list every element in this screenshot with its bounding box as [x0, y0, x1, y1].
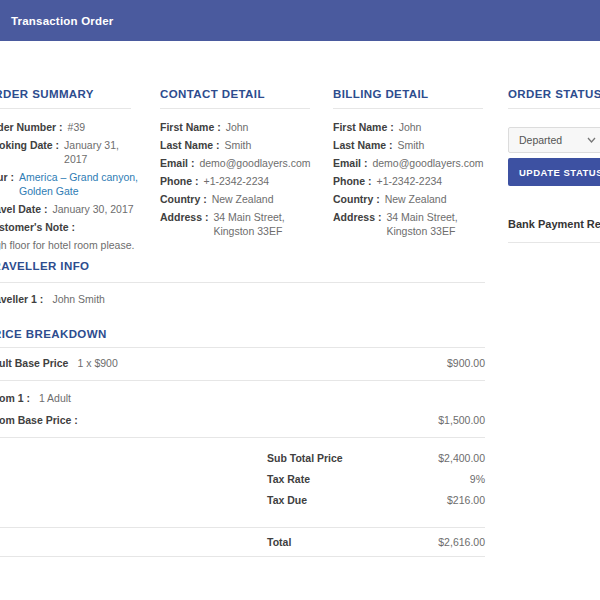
divider — [0, 347, 485, 348]
price-breakdown-heading: PRICE BREAKDOWN — [0, 328, 107, 340]
order-status-selected-value: Departed — [519, 134, 562, 146]
page-title: Transaction Order — [0, 15, 113, 27]
tour-link[interactable]: America – Grand canyon, Golden Gate — [19, 170, 140, 198]
divider — [508, 242, 600, 243]
billing-country-label: Country : — [333, 192, 380, 206]
contact-email-label: Email : — [160, 156, 194, 170]
billing-last-name-label: Last Name : — [333, 138, 393, 152]
order-number-row: Order Number : #39 — [0, 120, 140, 134]
tax-due-label: Tax Due — [267, 493, 307, 507]
contact-row: Phone : +1-2342-2234 — [160, 174, 325, 188]
order-number-value: #39 — [68, 120, 140, 134]
billing-last-name-value: Smith — [398, 138, 498, 152]
divider — [0, 282, 485, 283]
divider — [0, 380, 485, 381]
travel-date-value: January 30, 2017 — [52, 202, 140, 216]
contact-last-name-value: Smith — [225, 138, 325, 152]
contact-first-name-label: First Name : — [160, 120, 221, 134]
contact-country-value: New Zealand — [212, 192, 325, 206]
divider — [333, 108, 483, 109]
tour-row: Tour : America – Grand canyon, Golden Ga… — [0, 170, 140, 198]
billing-first-name-value: John — [399, 120, 498, 134]
room-base-price-row: Room Base Price : $1,500.00 — [0, 413, 485, 427]
contact-row: Address : 34 Main Street, Kingston 33EF — [160, 210, 325, 238]
tax-due-amount: $216.00 — [447, 493, 485, 507]
travel-date-row: Travel Date : January 30, 2017 — [0, 202, 140, 216]
total-block: Total $2,616.00 — [267, 535, 485, 556]
room-1-row: Room 1 : 1 Adult — [0, 391, 485, 405]
totals-block: Sub Total Price $2,400.00 Tax Rate 9% Ta… — [267, 451, 485, 514]
order-status-heading: ORDER STATUS — [508, 88, 600, 100]
billing-row: Country : New Zealand — [333, 192, 498, 206]
contact-country-label: Country : — [160, 192, 207, 206]
billing-address-value: 34 Main Street, Kingston 33EF — [386, 210, 498, 238]
contact-address-label: Address : — [160, 210, 208, 224]
contact-row: First Name : John — [160, 120, 325, 134]
billing-email-label: Email : — [333, 156, 367, 170]
divider — [0, 437, 485, 438]
contact-row: Last Name : Smith — [160, 138, 325, 152]
tour-label: Tour : — [0, 170, 14, 184]
traveller-1-name: John Smith — [52, 292, 105, 306]
sub-total-label: Sub Total Price — [267, 451, 343, 465]
billing-detail-heading: BILLING DETAIL — [333, 88, 428, 100]
contact-row: Country : New Zealand — [160, 192, 325, 206]
divider — [0, 556, 485, 557]
traveller-1-label: Traveller 1 : — [0, 292, 43, 306]
sub-total-amount: $2,400.00 — [438, 451, 485, 465]
room-base-price-label: Room Base Price : — [0, 413, 78, 427]
adult-base-price-qty: 1 x $900 — [77, 356, 117, 370]
tax-due-row: Tax Due $216.00 — [267, 493, 485, 507]
customer-note-value: High floor for hotel room please. — [0, 238, 140, 252]
divider — [508, 108, 600, 109]
adult-base-price-row: Adult Base Price 1 x $900 $900.00 — [0, 356, 485, 370]
chevron-down-icon — [587, 137, 596, 143]
billing-row: Email : demo@goodlayers.com — [333, 156, 498, 170]
booking-date-label: Booking Date : — [0, 138, 59, 152]
transaction-order-page: Transaction Order ORDER SUMMARY CONTACT … — [0, 0, 600, 600]
billing-first-name-label: First Name : — [333, 120, 394, 134]
billing-row: First Name : John — [333, 120, 498, 134]
update-status-button[interactable]: UPDATE STATUS — [508, 158, 600, 186]
order-status-select[interactable]: Departed — [508, 127, 600, 153]
total-label: Total — [267, 535, 291, 549]
billing-row: Phone : +1-2342-2234 — [333, 174, 498, 188]
traveller-row: Traveller 1 : John Smith — [0, 292, 485, 306]
adult-base-price-label: Adult Base Price — [0, 356, 68, 370]
customer-note-label: Customer's Note : — [0, 220, 135, 234]
booking-date-value: January 31, 2017 — [64, 138, 140, 166]
travel-date-label: Travel Date : — [0, 202, 47, 216]
billing-detail-column: First Name : John Last Name : Smith Emai… — [333, 120, 498, 242]
billing-email-value: demo@goodlayers.com — [372, 156, 498, 170]
divider — [0, 108, 131, 109]
admin-topbar: Transaction Order — [0, 0, 600, 41]
billing-country-value: New Zealand — [385, 192, 498, 206]
billing-row: Address : 34 Main Street, Kingston 33EF — [333, 210, 498, 238]
contact-detail-column: First Name : John Last Name : Smith Emai… — [160, 120, 325, 242]
tax-rate-value: 9% — [470, 472, 485, 486]
billing-phone-value: +1-2342-2234 — [377, 174, 499, 188]
sub-total-row: Sub Total Price $2,400.00 — [267, 451, 485, 465]
order-number-label: Order Number : — [0, 120, 63, 134]
contact-phone-label: Phone : — [160, 174, 199, 188]
tax-rate-row: Tax Rate 9% — [267, 472, 485, 486]
total-amount: $2,616.00 — [438, 535, 485, 549]
contact-phone-value: +1-2342-2234 — [204, 174, 326, 188]
contact-email-value: demo@goodlayers.com — [199, 156, 325, 170]
billing-address-label: Address : — [333, 210, 381, 224]
divider — [160, 108, 310, 109]
billing-row: Last Name : Smith — [333, 138, 498, 152]
order-summary-heading: ORDER SUMMARY — [0, 88, 94, 100]
billing-phone-label: Phone : — [333, 174, 372, 188]
contact-detail-heading: CONTACT DETAIL — [160, 88, 265, 100]
bank-payment-receipt-label: Bank Payment Receipt — [508, 218, 600, 230]
order-summary-column: Order Number : #39 Booking Date : Januar… — [0, 120, 140, 256]
room-1-label: Room 1 : — [0, 391, 30, 405]
contact-last-name-label: Last Name : — [160, 138, 220, 152]
traveller-info-heading: TRAVELLER INFO — [0, 260, 89, 272]
room-1-value: 1 Adult — [39, 391, 71, 405]
adult-base-price-amount: $900.00 — [447, 356, 485, 370]
tax-rate-label: Tax Rate — [267, 472, 310, 486]
contact-address-value: 34 Main Street, Kingston 33EF — [213, 210, 325, 238]
divider — [0, 527, 485, 528]
